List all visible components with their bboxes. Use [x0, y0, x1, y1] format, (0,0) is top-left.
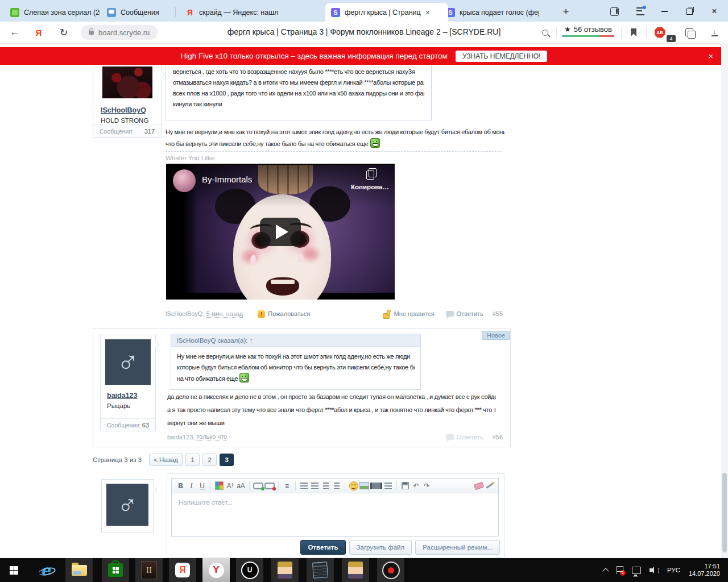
reply-link[interactable]: Ответить — [446, 434, 483, 440]
editor-toolbar: B I U A¹ aA ≡ — [172, 479, 498, 493]
tab-yandex-search[interactable]: Я скрайд — Яндекс: нашло — [180, 3, 331, 22]
italic-button[interactable]: I — [187, 481, 196, 491]
site-reviews-button[interactable]: ★ 56 отзывов — [562, 25, 614, 37]
taskbar-yandex[interactable]: Я — [169, 558, 196, 582]
tray-expand-icon[interactable] — [602, 568, 609, 574]
sidebar-panel-button[interactable] — [606, 4, 622, 19]
upload-file-button[interactable]: Загрузить файл — [349, 540, 412, 555]
text-color-button[interactable] — [214, 481, 224, 491]
taskbar-yandex-browser-active[interactable]: Y — [202, 558, 230, 582]
submit-reply-button[interactable]: Ответить — [300, 540, 345, 555]
zoom-search-button[interactable] — [537, 24, 553, 40]
quote-line: которые будут биться ебалом об монитор ч… — [177, 362, 415, 373]
insert-link-button[interactable] — [253, 481, 263, 491]
bullet-list-button[interactable] — [299, 481, 309, 491]
collections-button[interactable] — [681, 24, 697, 40]
browser-menu-button[interactable] — [632, 4, 648, 19]
bookmark-flag-icon — [631, 28, 636, 36]
like-link[interactable]: Мне нравится — [383, 310, 435, 318]
new-tab-button[interactable]: + — [559, 5, 573, 19]
pagination-prev-button[interactable]: < Назад — [149, 454, 183, 466]
insert-image-button[interactable] — [359, 481, 369, 491]
smilies-button[interactable] — [349, 481, 358, 491]
network-icon[interactable] — [632, 567, 641, 574]
user-title: Рыцарь — [107, 402, 155, 409]
tab-close-icon[interactable]: × — [425, 9, 430, 16]
insert-media-button[interactable] — [370, 481, 382, 491]
window-minimize-button[interactable] — [656, 4, 672, 19]
refresh-button[interactable]: ↻ — [56, 24, 72, 40]
advanced-mode-button[interactable]: Расширенный режим... — [415, 540, 500, 555]
taskbar-internet-explorer[interactable]: e — [32, 558, 59, 582]
youtube-embed[interactable]: By-Immortals Копирова… — [166, 164, 395, 300]
pagination-page-1[interactable]: 1 — [185, 454, 200, 466]
tab-fergl-krysa-active[interactable]: S фергл крыса | Страниц × — [325, 3, 448, 22]
taskbar-game-character-1[interactable] — [271, 558, 299, 582]
avatar[interactable]: ♂ — [106, 484, 148, 526]
downloads-button[interactable]: ↓ — [706, 24, 722, 40]
bold-button[interactable]: B — [176, 481, 185, 491]
taskbar-store[interactable] — [102, 558, 129, 582]
banner-cta-button[interactable]: УЗНАТЬ НЕМЕДЛЕННО! — [456, 51, 548, 62]
tab-messages[interactable]: Сообщения — [101, 3, 182, 22]
yandex-home-button[interactable]: Я — [31, 24, 47, 40]
unlink-button[interactable] — [264, 481, 275, 491]
footer-author[interactable]: lScHoolBoyQ, — [166, 310, 204, 317]
pagination-page-3-current[interactable]: 3 — [220, 454, 234, 466]
banner-close-icon[interactable]: × — [708, 51, 713, 61]
underline-button[interactable]: U — [197, 481, 207, 491]
adblock-button[interactable]: AB 4 — [652, 24, 668, 40]
language-indicator[interactable]: РУС — [667, 567, 680, 573]
footer-author[interactable]: baida123, — [167, 434, 195, 440]
back-button[interactable]: ← — [7, 24, 23, 40]
action-center-flag-icon[interactable]: × — [617, 566, 623, 574]
reply-link[interactable]: Ответить — [446, 310, 483, 317]
undo-button[interactable]: ↶ — [411, 481, 421, 491]
post-timestamp[interactable]: 5 мин. назад — [206, 310, 243, 318]
tab-krysa-podaet-golos[interactable]: S крыса подает голос (фер — [440, 3, 557, 22]
tab-slepaya-zona[interactable]: Слепая зона сериал (201 — [5, 3, 106, 22]
taskbar-screen-recorder[interactable] — [377, 558, 404, 582]
align-button[interactable]: ≡ — [282, 481, 292, 491]
numbered-list-button[interactable] — [310, 481, 320, 491]
play-button[interactable] — [260, 218, 301, 246]
post-number-link[interactable]: #56 — [493, 434, 503, 440]
save-draft-button[interactable] — [400, 481, 410, 491]
window-close-button[interactable]: × — [706, 4, 722, 19]
taskbar-game-character-2[interactable] — [342, 558, 369, 582]
taskbar-uble-app[interactable]: U — [236, 558, 263, 582]
bookmark-button[interactable] — [626, 24, 642, 40]
outdent-button[interactable] — [332, 481, 341, 491]
window-restore-button[interactable] — [681, 4, 697, 19]
taskbar-notepad[interactable] — [307, 558, 334, 582]
username-link[interactable]: baida123 — [107, 392, 138, 400]
username-link[interactable]: lScHoolBoyQ — [101, 106, 146, 114]
redo-button[interactable]: ↷ — [422, 481, 432, 491]
taskbar-lineage2[interactable]: II — [135, 558, 163, 582]
avatar[interactable] — [102, 66, 152, 98]
bbcode-toggle-button[interactable] — [485, 481, 494, 491]
copy-link-button[interactable]: Копирова… — [351, 169, 389, 190]
post-timestamp[interactable]: только что — [196, 433, 227, 440]
scrollbar-track[interactable] — [721, 43, 728, 558]
insert-quote-button[interactable] — [383, 481, 393, 491]
pagination-page-2[interactable]: 2 — [202, 454, 217, 466]
scrollbar-thumb[interactable] — [722, 473, 727, 552]
address-bar[interactable]: board.scryde.ru — [81, 25, 158, 40]
font-size-button[interactable]: A¹ — [225, 481, 235, 491]
indent-button[interactable] — [321, 481, 330, 491]
post-number-link[interactable]: #55 — [493, 310, 503, 317]
video-channel-name[interactable]: By-Immortals — [202, 174, 252, 184]
taskbar-file-explorer[interactable] — [65, 558, 93, 582]
bullet-list-icon — [300, 483, 308, 489]
reply-textarea[interactable] — [172, 493, 498, 535]
remove-formatting-button[interactable] — [474, 481, 483, 491]
clock[interactable]: 17:51 14.07.2020 — [689, 563, 720, 578]
report-link[interactable]: Пожаловаться — [258, 310, 310, 318]
font-family-button[interactable]: aA — [236, 481, 246, 491]
channel-avatar[interactable] — [173, 169, 196, 192]
quote-author-link[interactable]: lScHoolBoyQ сказал(а): ↑ — [177, 337, 253, 344]
avatar[interactable]: ♂ — [105, 339, 151, 385]
start-button[interactable] — [0, 558, 27, 582]
volume-icon[interactable] — [650, 566, 659, 574]
